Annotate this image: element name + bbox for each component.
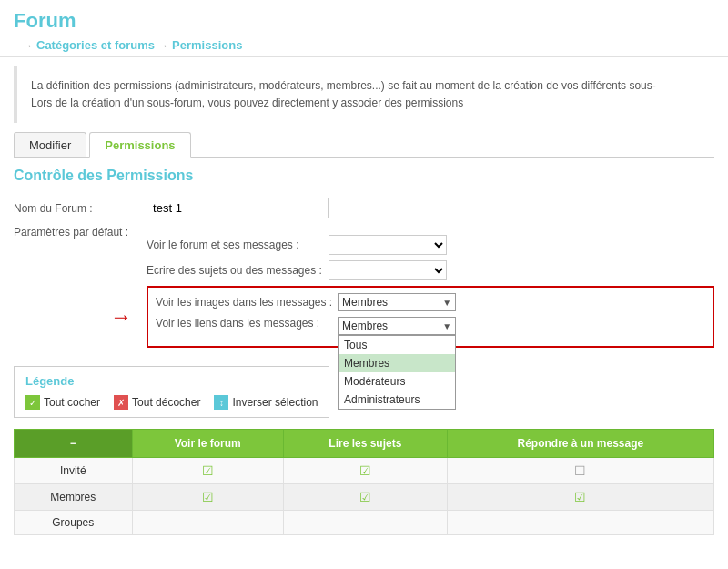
checkbox-checked-icon: ☑ — [202, 463, 214, 478]
dropdown-option-tous[interactable]: Tous — [339, 336, 455, 354]
table-row: Invité ☑ ☑ ☐ — [15, 458, 714, 484]
table-header-repondre: Répondre à un message — [447, 430, 713, 458]
legend-items: ✓ Tout cocher ✗ Tout décocher ↕ Inverser… — [25, 395, 318, 410]
table-header-voir: Voir le forum — [132, 430, 283, 458]
table-cell-groupes-voir[interactable] — [132, 511, 283, 535]
forum-name-input[interactable] — [147, 198, 329, 218]
dropdown-liens-list: Tous Membres Modérateurs Administrateurs — [338, 335, 456, 410]
field-row-ecrire: Ecrire des sujets ou des messages : — [147, 260, 714, 280]
table-cell-invite-repondre[interactable]: ☐ — [447, 458, 713, 484]
table-cell-membres-label: Membres — [15, 484, 133, 511]
table-header-lire: Lire les sujets — [283, 430, 447, 458]
red-arrow-icon: → — [110, 304, 132, 330]
legend-check-icon: ✓ — [25, 395, 40, 410]
table-row: Membres ☑ ☑ ☑ — [15, 484, 714, 511]
legend-box: Légende ✓ Tout cocher ✗ Tout décocher ↕ … — [14, 366, 329, 418]
field-row-liens: Voir les liens dans les messages : Membr… — [156, 317, 705, 335]
field-label-voir: Voir le forum et ses messages : — [147, 239, 329, 251]
checkbox-checked-icon: ☑ — [359, 490, 371, 504]
tabs: Modifier Permissions — [14, 132, 714, 158]
legend-tout-cocher-label: Tout cocher — [44, 396, 100, 409]
table-cell-invite-lire[interactable]: ☑ — [283, 458, 447, 484]
info-text-line2: Lors de la création d'un sous-forum, vou… — [31, 95, 701, 112]
section-title: Contrôle des Permissions — [14, 168, 714, 184]
breadcrumb-categories[interactable]: Catégories et forums — [36, 38, 155, 52]
permissions-table: − Voir le forum Lire les sujets Répondre… — [14, 429, 714, 535]
table-header-minus: − — [15, 430, 133, 458]
highlight-box: Voir les images dans les messages : Memb… — [147, 286, 714, 348]
legend-tout-decocher-label: Tout décocher — [132, 396, 200, 409]
field-label-liens: Voir les liens dans les messages : — [156, 317, 338, 330]
table-cell-groupes-repondre[interactable] — [447, 511, 713, 535]
dropdown-liens[interactable]: Membres ▼ Tous Membres Modérateurs Admin… — [338, 317, 456, 335]
field-row-images: Voir les images dans les messages : Memb… — [156, 293, 705, 311]
tab-modifier[interactable]: Modifier — [14, 132, 86, 157]
checkbox-checked-icon: ☑ — [202, 490, 214, 504]
dropdown-images-value: Membres — [342, 296, 388, 309]
nom-label: Nom du Forum : — [14, 202, 128, 215]
breadcrumb: → Catégories et forums → Permissions — [23, 38, 714, 52]
dropdown-images-arrow: ▼ — [442, 298, 451, 308]
checkbox-checked-icon: ☑ — [359, 463, 371, 478]
dropdown-option-administrateurs[interactable]: Administrateurs — [339, 391, 455, 409]
legend-invert-icon: ↕ — [214, 395, 228, 410]
parametres-label: Paramètres par défaut : — [14, 226, 128, 239]
field-select-voir[interactable] — [329, 235, 447, 255]
checkbox-empty-icon: ☐ — [574, 463, 586, 478]
table-cell-invite-label: Invité — [15, 458, 133, 484]
breadcrumb-permissions: Permissions — [172, 38, 242, 52]
dropdown-liens-display[interactable]: Membres ▼ — [338, 317, 456, 335]
field-row-voir: Voir le forum et ses messages : — [147, 235, 714, 255]
dropdown-option-moderateurs[interactable]: Modérateurs — [339, 372, 455, 391]
legend-inverser[interactable]: ↕ Inverser sélection — [214, 395, 318, 410]
dropdown-liens-value: Membres — [342, 320, 388, 332]
legend-title: Légende — [25, 374, 318, 388]
dropdown-option-membres[interactable]: Membres — [339, 354, 455, 372]
legend-inverser-label: Inverser sélection — [232, 396, 318, 409]
info-text-line1: La définition des permissions (administr… — [31, 77, 701, 95]
info-box: La définition des permissions (administr… — [14, 66, 714, 123]
table-cell-groupes-label: Groupes — [15, 511, 133, 535]
field-label-ecrire: Ecrire des sujets ou des messages : — [147, 264, 329, 277]
table-cell-membres-lire[interactable]: ☑ — [283, 484, 447, 511]
dropdown-images[interactable]: Membres ▼ — [338, 293, 456, 311]
breadcrumb-arrow-2: → — [158, 40, 168, 51]
page-title: Forum — [14, 9, 714, 33]
breadcrumb-arrow-1: → — [23, 40, 33, 51]
table-cell-membres-repondre[interactable]: ☑ — [447, 484, 713, 511]
table-row: Groupes — [15, 511, 714, 535]
table-cell-membres-voir[interactable]: ☑ — [132, 484, 283, 511]
dropdown-liens-arrow: ▼ — [442, 321, 451, 331]
table-cell-groupes-lire[interactable] — [283, 511, 447, 535]
field-label-images: Voir les images dans les messages : — [156, 296, 338, 309]
table-cell-invite-voir[interactable]: ☑ — [132, 458, 283, 484]
legend-tout-cocher[interactable]: ✓ Tout cocher — [25, 395, 100, 410]
field-select-ecrire[interactable] — [329, 260, 447, 280]
legend-tout-decocher[interactable]: ✗ Tout décocher — [114, 395, 200, 410]
tab-permissions[interactable]: Permissions — [89, 132, 190, 158]
legend-times-icon: ✗ — [114, 395, 128, 410]
dropdown-images-display[interactable]: Membres ▼ — [338, 293, 456, 311]
checkbox-checked-icon: ☑ — [574, 490, 586, 504]
